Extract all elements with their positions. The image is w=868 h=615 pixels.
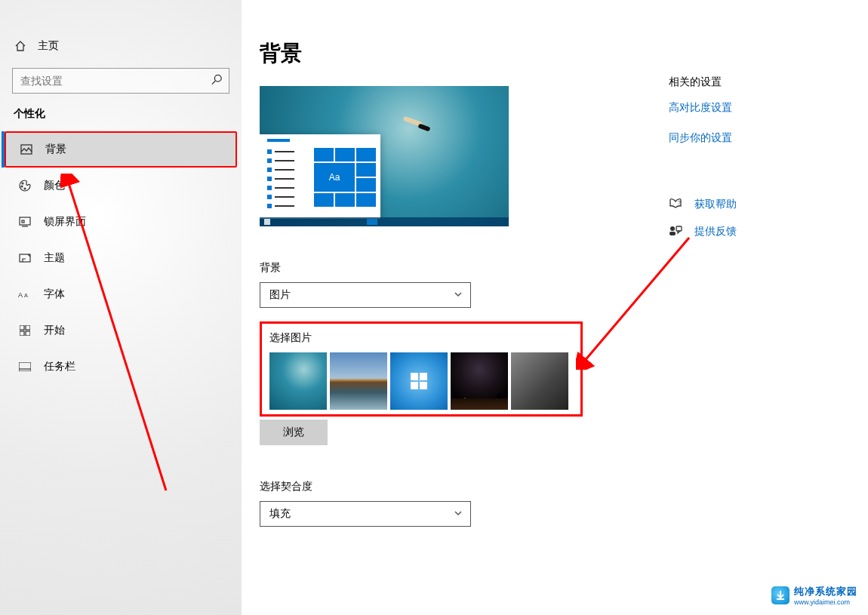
preview-swimmer bbox=[403, 119, 423, 124]
thumb-4[interactable] bbox=[451, 352, 508, 410]
themes-icon bbox=[18, 252, 32, 264]
svg-point-9 bbox=[24, 188, 26, 189]
preview-mini-window: Aa bbox=[260, 134, 380, 219]
svg-point-8 bbox=[21, 186, 23, 187]
thumb-1[interactable] bbox=[269, 352, 327, 410]
navitem-start[interactable]: 开始 bbox=[5, 312, 237, 349]
thumb-2[interactable] bbox=[330, 352, 387, 410]
related-settings: 相关的设置 高对比度设置 同步你的设置 ? 获取帮助 提供反馈 bbox=[669, 75, 842, 238]
svg-text:?: ? bbox=[678, 200, 681, 205]
lockscreen-icon bbox=[18, 216, 32, 228]
feedback-row[interactable]: 提供反馈 bbox=[669, 225, 842, 238]
home-label: 主页 bbox=[38, 39, 59, 53]
navitem-label: 主题 bbox=[44, 251, 65, 265]
preview-taskbar bbox=[260, 217, 509, 226]
picture-thumbnails bbox=[269, 352, 573, 410]
navitem-taskbar[interactable]: 任务栏 bbox=[5, 349, 237, 385]
watermark-line1: 纯净系统家园 bbox=[794, 585, 857, 598]
help-icon: ? bbox=[669, 198, 682, 211]
watermark-icon bbox=[771, 586, 790, 604]
search-icon bbox=[211, 75, 222, 88]
navitem-colors[interactable]: 颜色 bbox=[5, 168, 237, 204]
svg-text:A: A bbox=[24, 293, 28, 300]
navitem-themes[interactable]: 主题 bbox=[5, 240, 237, 276]
start-icon bbox=[18, 325, 32, 336]
image-icon bbox=[20, 143, 33, 155]
help-row[interactable]: ? 获取帮助 bbox=[669, 198, 842, 211]
fit-dropdown[interactable]: 填充 bbox=[260, 501, 471, 527]
chevron-down-icon bbox=[454, 289, 463, 301]
navitem-label: 锁屏界面 bbox=[44, 215, 86, 229]
preview-aa-tile: Aa bbox=[314, 163, 355, 192]
thumb-5[interactable] bbox=[511, 352, 568, 410]
navitem-label: 字体 bbox=[44, 288, 65, 301]
choose-picture-label: 选择图片 bbox=[269, 331, 573, 345]
taskbar-icon bbox=[18, 362, 32, 371]
fonts-icon: A A bbox=[18, 289, 32, 300]
svg-point-7 bbox=[22, 183, 23, 184]
search-wrap bbox=[12, 68, 229, 94]
navitem-background[interactable]: 背景 bbox=[5, 131, 237, 168]
navitem-label: 颜色 bbox=[44, 179, 65, 192]
related-link-sync[interactable]: 同步你的设置 bbox=[669, 131, 842, 145]
navitem-label: 背景 bbox=[45, 143, 66, 156]
svg-point-4 bbox=[214, 75, 221, 81]
fit-label: 选择契合度 bbox=[260, 480, 850, 494]
palette-icon bbox=[18, 180, 32, 192]
navitem-fonts[interactable]: A A 字体 bbox=[5, 276, 237, 312]
search-input[interactable] bbox=[12, 68, 229, 94]
thumb-3[interactable] bbox=[390, 352, 448, 410]
navitem-lockscreen[interactable]: 锁屏界面 bbox=[5, 204, 237, 240]
browse-button[interactable]: 浏览 bbox=[260, 420, 328, 445]
background-dropdown[interactable]: 图片 bbox=[260, 282, 471, 308]
svg-point-23 bbox=[670, 226, 675, 231]
sidebar-category: 个性化 bbox=[0, 107, 242, 131]
watermark: 纯净系统家园 www.yidaimei.com bbox=[768, 583, 860, 607]
svg-line-5 bbox=[212, 81, 215, 84]
background-preview: Aa bbox=[260, 86, 509, 226]
svg-rect-10 bbox=[20, 217, 30, 225]
navitem-label: 任务栏 bbox=[44, 360, 75, 374]
annotation-redbox-thumbs: 选择图片 bbox=[260, 321, 583, 417]
svg-rect-17 bbox=[26, 325, 30, 330]
home-icon bbox=[14, 40, 27, 52]
svg-rect-25 bbox=[676, 226, 682, 231]
page-title: 背景 bbox=[260, 39, 850, 68]
feedback-icon bbox=[669, 225, 682, 238]
svg-rect-11 bbox=[22, 220, 24, 223]
related-heading: 相关的设置 bbox=[669, 75, 842, 89]
sidebar: 主页 个性化 背景 颜色 bbox=[0, 0, 242, 615]
watermark-text: 纯净系统家园 www.yidaimei.com bbox=[794, 585, 857, 606]
svg-rect-19 bbox=[26, 331, 30, 336]
svg-text:A: A bbox=[18, 292, 23, 300]
related-link-contrast[interactable]: 高对比度设置 bbox=[669, 101, 842, 115]
home-row[interactable]: 主页 bbox=[0, 30, 242, 62]
feedback-link: 提供反馈 bbox=[694, 225, 737, 238]
help-link: 获取帮助 bbox=[694, 198, 737, 211]
background-label: 背景 bbox=[260, 261, 850, 275]
chevron-down-icon bbox=[454, 508, 463, 520]
svg-rect-16 bbox=[20, 325, 24, 330]
navitem-label: 开始 bbox=[44, 324, 65, 337]
fit-dropdown-value: 填充 bbox=[269, 507, 291, 521]
watermark-line2: www.yidaimei.com bbox=[794, 598, 857, 606]
svg-rect-24 bbox=[669, 232, 676, 235]
background-dropdown-value: 图片 bbox=[269, 288, 291, 302]
svg-rect-18 bbox=[20, 331, 24, 336]
svg-rect-20 bbox=[19, 362, 31, 371]
